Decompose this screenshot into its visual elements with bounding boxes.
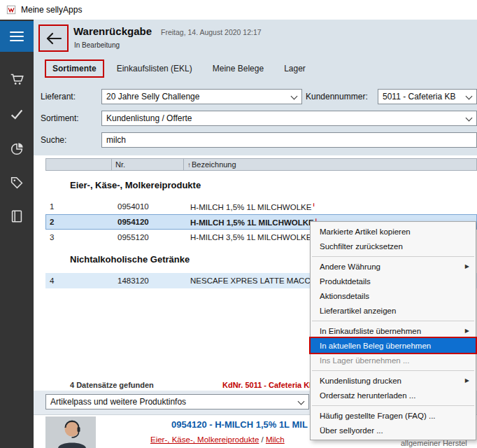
menu-item-produktdetails[interactable]: Produktdetails (311, 274, 476, 288)
submenu-arrow-icon: ▶ (465, 263, 469, 270)
sidebar-item-pricing[interactable] (0, 169, 34, 196)
table-header-nr[interactable]: Nr. (112, 159, 184, 170)
sidebar-item-checklist[interactable] (0, 101, 34, 127)
submenu-arrow-icon: ▶ (465, 377, 469, 384)
menu-item-label: Andere Währung (320, 262, 380, 271)
lieferant-value: 20 Jahre Selly Challenge (106, 92, 199, 102)
result-count: 4 Datensätze gefunden (70, 381, 154, 389)
chevron-down-icon (466, 93, 473, 100)
menu-item-markierte-artikel-kopieren[interactable]: Markierte Artikel kopieren (311, 224, 476, 239)
row-index: 3 (45, 233, 111, 241)
check-icon (9, 106, 24, 122)
menu-item-ber-sellyorder[interactable]: Über sellyorder ... (311, 423, 476, 438)
menu-item-in-aktuellen-beleg-bernehmen[interactable]: In aktuellen Beleg übernehmen (311, 338, 476, 353)
sortiment-label: Sortiment: (41, 113, 79, 123)
tab-lager[interactable]: Lager (276, 59, 313, 78)
kundennummer-value: 5011 - Cafeteria KB (383, 92, 456, 102)
article-number: 0954010 (111, 202, 183, 211)
tab-strip: SortimenteEinkaufslisten (EKL)Meine Bele… (45, 58, 313, 79)
menu-item-label: Ins Lager übernehmen ... (320, 356, 410, 365)
sortiment-select[interactable]: Kundenlistung / Offerte (101, 111, 477, 126)
menu-item-kundenlistung-drucken[interactable]: Kundenlistung drucken▶ (311, 373, 476, 388)
sidebar-item-catalog[interactable] (0, 203, 34, 230)
price-tag-icon (9, 175, 24, 190)
back-arrow-icon (45, 31, 63, 46)
article-number: 0954120 (111, 218, 183, 226)
kundennummer-select[interactable]: 5011 - Cafeteria KB (378, 89, 477, 104)
product-breadcrumb: Eier-, Käse-, Molkereiprodukte / Milch (150, 435, 285, 444)
cart-icon (9, 71, 24, 87)
menu-item-label: In aktuellen Beleg übernehmen (320, 342, 431, 350)
row-index: 4 (45, 276, 111, 285)
hamburger-menu-button[interactable] (0, 21, 34, 52)
menu-item-label: Lieferartikel anzeigen (320, 307, 396, 315)
tab-meine-belege[interactable]: Meine Belege (205, 59, 271, 78)
menu-item-andere-w-hrung[interactable]: Andere Währung▶ (311, 259, 476, 274)
kundennummer-label: Kundennummer: (306, 92, 368, 102)
document-header: Warenrückgabe Freitag, 14. August 2020 1… (34, 20, 477, 155)
window-title: Meine sellyApps (21, 5, 82, 15)
menu-item-label: Suchfilter zurücksetzen (320, 242, 403, 251)
tab-sortimente[interactable]: Sortimente (45, 59, 104, 78)
product-info-select[interactable]: Artikelpass und weitere Produktinfos (45, 394, 309, 410)
suche-label: Suche: (41, 135, 66, 145)
category-link[interactable]: Eier-, Käse-, Molkereiprodukte (150, 435, 259, 444)
row-index: 2 (45, 218, 111, 226)
menu-separator (311, 253, 476, 259)
table-header-index (46, 159, 112, 170)
menu-item-label: Aktionsdetails (320, 292, 369, 300)
sidebar-item-cart[interactable] (0, 66, 34, 92)
menu-item-label: Markierte Artikel kopieren (320, 227, 411, 236)
menu-item-label: Ordersatz herunterladen ... (320, 391, 415, 400)
menu-item-label: Über sellyorder ... (320, 426, 383, 435)
app-icon (6, 5, 16, 15)
menu-item-label: Häufig gestellte Fragen (FAQ) ... (320, 412, 436, 420)
table-row[interactable]: 10954010H-MILCH 1,5% 1L MILCHWOLKEi (45, 199, 477, 214)
menu-item-lieferartikel-anzeigen[interactable]: Lieferartikel anzeigen (311, 303, 476, 318)
menu-item-ordersatz-herunterladen[interactable]: Ordersatz herunterladen ... (311, 388, 476, 402)
product-info-select-value: Artikelpass und weitere Produktinfos (50, 397, 186, 407)
context-menu: Markierte Artikel kopierenSuchfilter zur… (310, 221, 476, 440)
menu-item-label: In Einkaufsliste übernehmen (320, 327, 421, 335)
bezeichnung-column-label: Bezeichnung (192, 160, 236, 169)
info-marker-icon: i (313, 202, 314, 208)
menu-item-label: Produktdetails (320, 277, 371, 286)
table-group-header: Eier-, Käse-, Molkereiprodukte (45, 171, 477, 199)
lieferant-select[interactable]: 20 Jahre Selly Challenge (101, 89, 302, 104)
page-title: Warenrückgabe (73, 25, 152, 37)
menu-item-in-einkaufsliste-bernehmen[interactable]: In Einkaufsliste übernehmen▶ (311, 323, 476, 338)
table-header-bezeichnung[interactable]: ↑ Bezeichnung (184, 159, 476, 170)
search-input[interactable] (101, 132, 477, 148)
menu-separator (311, 402, 476, 408)
document-title-row: Warenrückgabe Freitag, 14. August 2020 1… (73, 25, 262, 37)
sort-ascending-icon: ↑ (187, 161, 191, 169)
nr-column-label: Nr. (115, 160, 125, 169)
sortiment-value: Kundenlistung / Offerte (106, 113, 192, 123)
breadcrumb-separator: / (259, 435, 266, 444)
pie-chart-icon (9, 141, 24, 157)
lieferant-label: Lieferant: (41, 92, 76, 102)
chevron-down-icon (298, 398, 305, 405)
customer-status: KdNr. 5011 - Cafeteria KB (222, 381, 315, 389)
article-number: 1483120 (111, 276, 183, 285)
tab-einkaufslisten-ekl[interactable]: Einkaufslisten (EKL) (109, 59, 200, 78)
menu-separator (311, 318, 476, 323)
document-datetime: Freitag, 14. August 2020 12:17 (161, 28, 262, 36)
sidebar-item-statistics[interactable] (0, 136, 34, 162)
window-titlebar: Meine sellyApps (0, 0, 477, 20)
back-button[interactable] (38, 24, 69, 52)
product-contact-image (45, 416, 96, 448)
subcategory-link[interactable]: Milch (266, 435, 285, 444)
menu-item-suchfilter-zur-cksetzen[interactable]: Suchfilter zurücksetzen (311, 239, 476, 253)
article-number: 0955120 (111, 233, 183, 241)
chevron-down-icon (466, 115, 473, 122)
row-index: 1 (45, 202, 111, 211)
sidebar (0, 20, 34, 448)
article-name: H-MILCH 1,5% 1L MILCHWOLKEi (183, 202, 477, 211)
menu-item-ins-lager-bernehmen: Ins Lager übernehmen ... (311, 353, 476, 368)
product-title-link[interactable]: 0954120 - H-MILCH 1,5% 1L MIL (171, 419, 308, 430)
menu-item-aktionsdetails[interactable]: Aktionsdetails (311, 288, 476, 303)
menu-item-label: Kundenlistung drucken (320, 377, 401, 385)
catalog-icon (9, 209, 24, 224)
menu-item-h-ufig-gestellte-fragen-faq[interactable]: Häufig gestellte Fragen (FAQ) ... (311, 408, 476, 423)
